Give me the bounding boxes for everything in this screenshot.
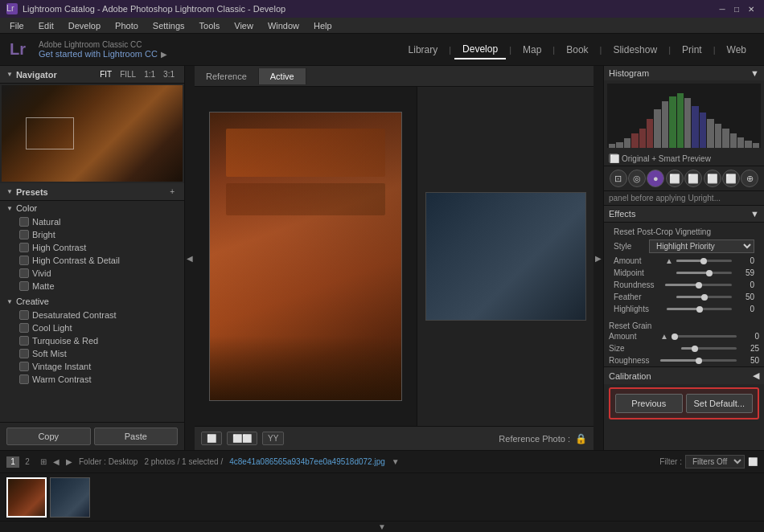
menu-settings[interactable]: Settings [146,19,191,32]
target-button[interactable]: ⊕ [741,170,758,187]
lock-icon[interactable]: 🔒 [575,433,587,444]
filmstrip-collapse-icon[interactable]: ⬜ [748,457,758,466]
close-button[interactable]: ✕ [745,2,758,15]
preset-group-creative-header[interactable]: ▼ Creative [0,294,184,309]
filmstrip-thumb-2[interactable] [50,477,90,518]
amount-reset-icon[interactable]: ▲ [665,256,673,265]
preset-vivid[interactable]: Vivid [0,267,184,280]
preset-turquoise-red[interactable]: Turquoise & Red [0,334,184,347]
calibration-header[interactable]: Calibration ◀ [604,366,764,384]
minimize-button[interactable]: ─ [716,2,729,15]
preset-warm-contrast[interactable]: Warm Contrast [0,373,184,386]
preset-vintage-instant[interactable]: Vintage Instant [0,360,184,373]
filter-select[interactable]: Filters Off Flagged Rated [685,455,745,469]
grain-roughness-thumb[interactable] [696,358,702,364]
highlights-thumb[interactable] [696,306,703,313]
secondary-image-container[interactable] [417,87,594,426]
file-arrow-icon[interactable]: ▼ [392,457,400,466]
preset-cool-light[interactable]: Cool Light [0,321,184,334]
set-default-button[interactable]: Set Default... [686,394,754,413]
preset-matte[interactable]: Matte [0,280,184,293]
roundness-slider[interactable] [665,284,732,286]
midpoint-slider[interactable] [676,272,732,274]
grain-size-slider[interactable] [681,347,737,350]
roundness-thumb[interactable] [696,282,702,289]
eye-button[interactable]: ⬜ [722,170,740,187]
histogram-header[interactable]: Histogram ▼ [604,66,764,80]
zoom-3-1[interactable]: 3:1 [160,69,178,80]
nav-develop[interactable]: Develop [454,40,506,59]
previous-button[interactable]: Previous [615,394,683,413]
center-tab-bar: Reference Active [195,66,594,87]
preset-group-color-header[interactable]: ▼ Color [0,201,184,215]
view-single-button[interactable]: ⬜ [201,432,222,445]
left-panel-collapse-button[interactable]: ◀ [185,66,195,450]
menu-tools[interactable]: Tools [193,19,227,32]
brush-button[interactable]: ⬜ [666,170,684,187]
menu-photo[interactable]: Photo [109,19,145,32]
preset-high-contrast-detail[interactable]: High Contrast & Detail [0,254,184,267]
tab-active[interactable]: Active [259,68,306,84]
maximize-button[interactable]: □ [730,2,743,15]
zoom-1-1[interactable]: 1:1 [141,69,158,80]
paste-button[interactable]: Paste [94,428,179,445]
secondary-photo [425,192,586,321]
grid-view-icon[interactable]: ⊞ [40,457,47,466]
redeye-button[interactable]: ● [647,170,664,187]
grain-roughness-slider[interactable] [660,359,737,362]
midpoint-thumb[interactable] [706,270,713,276]
nav-map[interactable]: Map [515,41,549,59]
grain-amount-thumb[interactable] [672,334,678,340]
grain-amount-slider[interactable] [672,335,737,338]
main-image-container[interactable] [195,87,417,426]
preset-natural[interactable]: Natural [0,215,184,228]
nav-slideshow[interactable]: Slideshow [605,41,665,59]
filmstrip-prev-arrow[interactable]: ◀ [53,457,60,466]
tab-reference[interactable]: Reference [195,68,259,84]
copy-button[interactable]: Copy [6,428,91,445]
menu-window[interactable]: Window [261,19,306,32]
menu-help[interactable]: Help [307,19,339,32]
nav-print[interactable]: Print [674,41,710,59]
nav-web[interactable]: Web [719,41,754,59]
nav-library[interactable]: Library [400,41,446,59]
zoom-fill[interactable]: FILL [117,69,139,80]
presets-header[interactable]: ▼ Presets + [0,183,184,201]
feather-slider[interactable] [676,296,732,298]
preset-soft-mist[interactable]: Soft Mist [0,347,184,360]
menu-view[interactable]: View [228,19,260,32]
spot-removal-button[interactable]: ◎ [628,170,646,187]
filter-button[interactable]: ⬜ [684,170,702,187]
highlights-slider[interactable] [667,308,732,310]
view-compare-button[interactable]: ⬜⬜ [227,432,257,445]
menu-edit[interactable]: Edit [32,19,60,32]
filmstrip-next-arrow[interactable]: ▶ [66,457,72,466]
grain-size-thumb[interactable] [692,346,698,352]
preset-high-contrast[interactable]: High Contrast [0,241,184,254]
feather-thumb[interactable] [701,294,708,301]
view-survey-button[interactable]: YY [262,432,284,445]
bottom-collapse-button[interactable]: ▼ [0,521,764,532]
vignetting-style-select[interactable]: Highlight Priority Color Priority Paint … [649,239,754,253]
crop-tool-button[interactable]: ⊡ [610,170,627,187]
navigator-header[interactable]: ▼ Navigator FIT FILL 1:1 3:1 [0,66,184,84]
page-1[interactable]: 1 [6,456,19,468]
adjust-button[interactable]: ⬜ [704,170,721,187]
amount-thumb[interactable] [700,258,707,264]
lr-subtitle-link[interactable]: Get started with Lightroom CC [39,49,158,59]
menu-file[interactable]: File [3,19,31,32]
page-2[interactable]: 2 [21,456,34,468]
menu-develop[interactable]: Develop [62,19,107,32]
zoom-fit[interactable]: FIT [97,69,115,80]
amount-slider[interactable] [676,260,732,262]
preset-desaturated-contrast[interactable]: Desaturated Contrast [0,309,184,321]
nav-book[interactable]: Book [558,41,596,59]
navigator-preview[interactable] [2,85,183,182]
filmstrip-thumb-1[interactable] [6,477,47,518]
file-name[interactable]: 4c8e41a086565a934b7ee0a49518d072.jpg [229,457,385,466]
grain-reset-icon[interactable]: ▲ [660,332,668,341]
presets-add-button[interactable]: + [166,186,178,197]
preset-bright[interactable]: Bright [0,228,184,241]
right-panel-collapse-button[interactable]: ▶ [594,66,603,450]
effects-header[interactable]: Effects ▼ [604,206,764,223]
